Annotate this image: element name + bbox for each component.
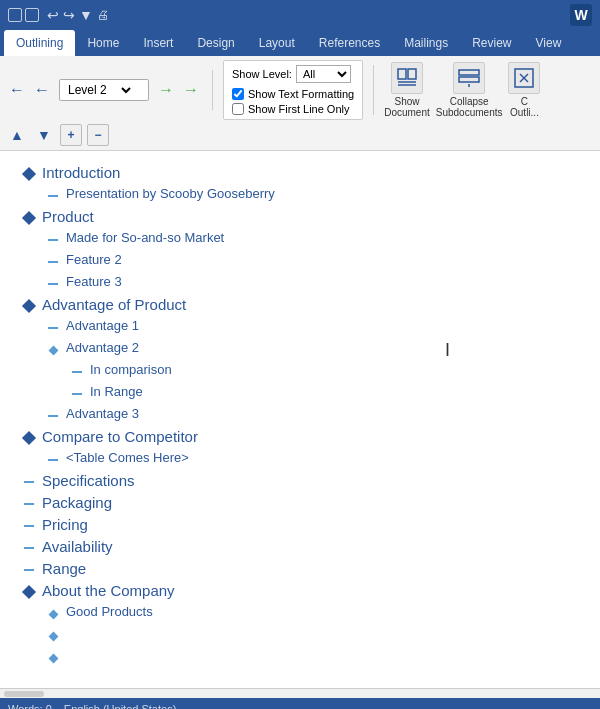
arrow-right-btn[interactable]: → xyxy=(155,79,177,101)
tab-home[interactable]: Home xyxy=(75,30,131,56)
ribbon-toolbar: ← ← Level 2 Level 1 Level 3 Level 4 Leve… xyxy=(0,56,600,151)
svg-rect-5 xyxy=(459,77,479,82)
more-icon[interactable]: ▼ xyxy=(79,7,93,23)
outline-text-20: Good Products xyxy=(66,604,153,619)
outline-text-18: Range xyxy=(42,560,86,577)
outline-item-18[interactable]: Range xyxy=(16,560,584,579)
show-first-line-row: Show First Line Only xyxy=(232,103,354,115)
window-icon-2 xyxy=(25,8,39,22)
tab-view[interactable]: View xyxy=(524,30,574,56)
level-select[interactable]: Level 2 Level 1 Level 3 Level 4 Level 5 xyxy=(59,79,149,101)
arrow-left-btn[interactable]: ← xyxy=(6,79,28,101)
outline-item-15[interactable]: Packaging xyxy=(16,494,584,513)
toolbar-row2: ▲ ▼ + − xyxy=(6,124,594,146)
outline-item-8[interactable]: Advantage 2 xyxy=(16,340,584,359)
outline-item-21[interactable] xyxy=(16,626,584,645)
show-level-select[interactable]: All Level 1 Level 2 xyxy=(296,65,351,83)
close-outline-btn[interactable]: COutli... xyxy=(508,62,540,118)
tab-references[interactable]: References xyxy=(307,30,392,56)
divider1 xyxy=(212,70,213,110)
outline-text-0: Introduction xyxy=(42,164,120,181)
close-outline-icon xyxy=(508,62,540,94)
dash-icon xyxy=(44,231,62,249)
svg-rect-1 xyxy=(408,69,416,79)
level-dropdown[interactable]: Level 2 Level 1 Level 3 Level 4 Level 5 xyxy=(64,82,134,98)
outline-item-3[interactable]: Made for So-and-so Market xyxy=(16,230,584,249)
tab-mailings[interactable]: Mailings xyxy=(392,30,460,56)
outline-text-2: Product xyxy=(42,208,94,225)
small-diamond-icon xyxy=(44,605,62,623)
title-bar: ↩ ↪ ▼ 🖨 W xyxy=(0,0,600,30)
dash-icon xyxy=(44,319,62,337)
dash-icon xyxy=(20,561,38,579)
diamond-icon xyxy=(20,165,38,183)
outline-text-11: Advantage 3 xyxy=(66,406,139,421)
close-outline-label: COutli... xyxy=(510,96,539,118)
outline-text-4: Feature 2 xyxy=(66,252,122,267)
word-count: Words: 0 xyxy=(8,703,52,709)
diamond-icon xyxy=(20,583,38,601)
outline-item-10[interactable]: In Range xyxy=(16,384,584,403)
tab-outlining[interactable]: Outlining xyxy=(4,30,75,56)
arrow-left2-btn[interactable]: ← xyxy=(31,79,53,101)
outline-item-0[interactable]: Introduction xyxy=(16,164,584,183)
outline-item-11[interactable]: Advantage 3 xyxy=(16,406,584,425)
outline-item-2[interactable]: Product xyxy=(16,208,584,227)
outline-item-14[interactable]: Specifications xyxy=(16,472,584,491)
outline-item-7[interactable]: Advantage 1 xyxy=(16,318,584,337)
tab-layout[interactable]: Layout xyxy=(247,30,307,56)
outline-text-17: Availability xyxy=(42,538,113,555)
outline-text-6: Advantage of Product xyxy=(42,296,186,313)
scrollbar-thumb[interactable] xyxy=(4,691,44,697)
outline-item-4[interactable]: Feature 2 xyxy=(16,252,584,271)
outline-item-13[interactable]: <Table Comes Here> xyxy=(16,450,584,469)
dash-icon xyxy=(44,407,62,425)
tab-design[interactable]: Design xyxy=(185,30,246,56)
small-diamond-icon xyxy=(44,627,62,645)
divider2 xyxy=(373,65,374,115)
window-icon-1 xyxy=(8,8,22,22)
bottom-scrollbar[interactable] xyxy=(0,688,600,698)
show-text-formatting-row: Show Text Formatting xyxy=(232,88,354,100)
outline-item-16[interactable]: Pricing xyxy=(16,516,584,535)
outline-item-17[interactable]: Availability xyxy=(16,538,584,557)
small-diamond-icon xyxy=(44,649,62,667)
outline-item-1[interactable]: Presentation by Scooby Gooseberry xyxy=(16,186,584,205)
tab-insert[interactable]: Insert xyxy=(131,30,185,56)
show-first-line-checkbox[interactable] xyxy=(232,103,244,115)
arrow-right2-btn[interactable]: → xyxy=(180,79,202,101)
language: English (United States) xyxy=(64,703,177,709)
collapse-subdocuments-icon xyxy=(453,62,485,94)
checkbox-group: Show Level: All Level 1 Level 2 Show Tex… xyxy=(223,60,363,120)
outline-text-16: Pricing xyxy=(42,516,88,533)
outline-item-12[interactable]: Compare to Competitor xyxy=(16,428,584,447)
demote-btn[interactable]: ▼ xyxy=(33,124,55,146)
ribbon-tabs: Outlining Home Insert Design Layout Refe… xyxy=(0,30,600,56)
collapse-subdocuments-btn[interactable]: CollapseSubdocuments xyxy=(436,62,503,118)
show-text-formatting-checkbox[interactable] xyxy=(232,88,244,100)
document-content: IntroductionPresentation by Scooby Goose… xyxy=(0,151,600,688)
add-indent-btn[interactable]: + xyxy=(60,124,82,146)
outline-item-9[interactable]: In comparison xyxy=(16,362,584,381)
show-document-btn[interactable]: ShowDocument xyxy=(384,62,430,118)
show-level-row: Show Level: All Level 1 Level 2 xyxy=(232,65,354,83)
outline-item-20[interactable]: Good Products xyxy=(16,604,584,623)
diamond-icon xyxy=(20,429,38,447)
outline-item-22[interactable] xyxy=(16,648,584,667)
diamond-icon xyxy=(20,209,38,227)
dash-icon xyxy=(68,363,86,381)
undo-redo-group: ↩ ↪ ▼ 🖨 xyxy=(47,7,109,23)
dash-icon xyxy=(68,385,86,403)
promote-btn[interactable]: ▲ xyxy=(6,124,28,146)
toolbar-row1: ← ← Level 2 Level 1 Level 3 Level 4 Leve… xyxy=(6,60,594,120)
outline-item-5[interactable]: Feature 3 xyxy=(16,274,584,293)
outline-item-6[interactable]: Advantage of Product xyxy=(16,296,584,315)
undo-icon[interactable]: ↩ xyxy=(47,7,59,23)
print-icon[interactable]: 🖨 xyxy=(97,8,109,22)
outline-item-19[interactable]: About the Company xyxy=(16,582,584,601)
tab-review[interactable]: Review xyxy=(460,30,523,56)
outline-text-12: Compare to Competitor xyxy=(42,428,198,445)
dash-icon xyxy=(44,451,62,469)
remove-indent-btn[interactable]: − xyxy=(87,124,109,146)
redo-icon[interactable]: ↪ xyxy=(63,7,75,23)
